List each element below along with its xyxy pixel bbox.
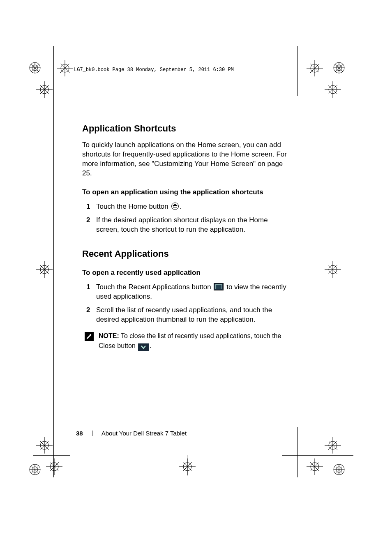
trim-line-bot-center-v xyxy=(187,455,187,476)
registration-cross-icon xyxy=(36,437,53,455)
section-shortcuts-subhead: To open an application using the applica… xyxy=(82,188,292,197)
trim-line-left xyxy=(53,46,54,477)
section-shortcuts-lead: To quickly launch applications on the Ho… xyxy=(82,140,292,178)
step-item: Touch the Home button . xyxy=(82,202,292,212)
note-label: NOTE: xyxy=(99,332,119,339)
section-heading-recent: Recent Applications xyxy=(82,248,292,260)
steps-shortcuts: Touch the Home button . If the desired a… xyxy=(82,202,292,235)
registration-cross-icon xyxy=(307,60,323,78)
registration-cross-icon xyxy=(325,81,341,99)
step-text: Touch the Home button xyxy=(96,203,171,210)
registration-cross-icon xyxy=(179,458,196,477)
close-button-icon xyxy=(138,343,149,351)
note-pencil-icon xyxy=(85,332,94,341)
note-block: NOTE: To close the list of recently used… xyxy=(82,331,292,351)
trim-line-right-bot xyxy=(297,427,298,477)
step-item: Scroll the list of recently used applica… xyxy=(82,306,292,325)
recent-apps-icon xyxy=(214,283,224,290)
section-heading-shortcuts: Application Shortcuts xyxy=(82,122,292,135)
step-text: Scroll the list of recently used applica… xyxy=(96,306,272,323)
registration-cross-icon xyxy=(57,60,73,78)
book-tag-text: LG7_bk0.book Page 38 Monday, September 5… xyxy=(74,67,234,73)
registration-wheel-icon xyxy=(29,62,41,76)
section-recent-subhead: To open a recently used application xyxy=(82,268,292,278)
registration-cross-icon xyxy=(325,261,341,279)
page-number: 38 xyxy=(76,430,83,437)
registration-cross-icon xyxy=(325,437,341,455)
note-text: . xyxy=(150,342,151,349)
footer-separator xyxy=(92,431,92,436)
note-body: NOTE: To close the list of recently used… xyxy=(99,331,292,351)
note-text: To close the list of recently used appli… xyxy=(99,332,281,349)
trim-line-bot-right-h xyxy=(282,455,353,456)
step-item: If the desired application shortcut disp… xyxy=(82,216,292,235)
registration-cross-icon xyxy=(36,81,53,99)
registration-wheel-icon xyxy=(333,463,345,477)
trim-line-top-right-h xyxy=(282,68,353,68)
step-text: . xyxy=(180,203,182,210)
steps-recent: Touch the Recent Applications button to … xyxy=(82,283,292,325)
trim-line-right-top xyxy=(297,46,298,96)
step-text: Touch the Recent Applications button xyxy=(96,283,213,291)
registration-cross-icon xyxy=(46,458,62,477)
step-item: Touch the Recent Applications button to … xyxy=(82,283,292,302)
registration-wheel-icon xyxy=(333,62,345,76)
chapter-title: About Your Dell Streak 7 Tablet xyxy=(101,430,187,437)
registration-cross-icon xyxy=(36,261,53,279)
trim-line-top-left-h xyxy=(39,68,70,68)
page-footer: 38 About Your Dell Streak 7 Tablet xyxy=(76,430,187,437)
home-button-icon xyxy=(171,203,179,210)
step-text: If the desired application shortcut disp… xyxy=(96,216,268,233)
book-tag: LG7_bk0.book Page 38 Monday, September 5… xyxy=(74,67,234,73)
page-content: Application Shortcuts To quickly launch … xyxy=(82,122,292,351)
registration-cross-icon xyxy=(307,458,323,477)
trim-line-bot-left-h xyxy=(33,455,70,456)
registration-wheel-icon xyxy=(29,463,41,477)
